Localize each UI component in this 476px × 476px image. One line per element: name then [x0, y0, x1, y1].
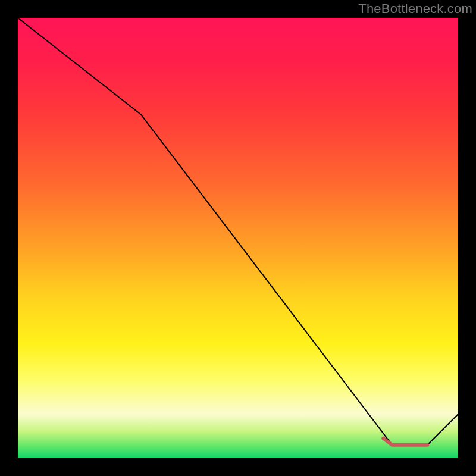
- chart-plot-area: [18, 18, 458, 458]
- watermark-text: TheBottleneck.com: [358, 1, 472, 17]
- chart-stage: TheBottleneck.com: [0, 0, 476, 476]
